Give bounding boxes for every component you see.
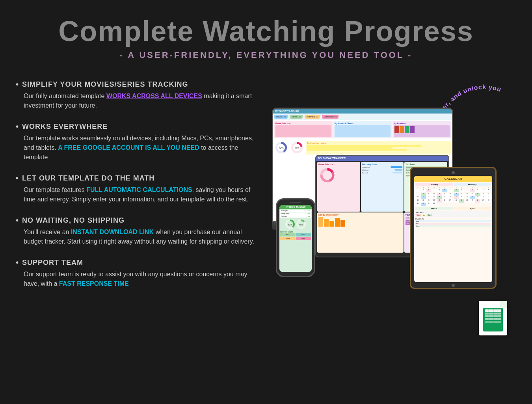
highlight-2: A FREE GOOGLE ACCOUNT IS ALL YOU NEED <box>58 144 199 151</box>
highlight-4: INSTANT DOWNLOAD LINK <box>71 229 154 235</box>
feature-works-everywhere: • WORKS EVERYWHERE Our template works se… <box>16 122 260 162</box>
device-tablet: CALENDAR January February <box>410 167 504 293</box>
subtitle: - A USER-FRIENDLY, EVERYTHING YOU NEED T… <box>0 50 532 60</box>
header: Complete Watching Progress - A USER-FRIE… <box>0 0 532 64</box>
feature-title-simplify: • SIMPLIFY YOUR MOVIES/SERIES TRACKING <box>16 80 260 89</box>
feature-simplify: • SIMPLIFY YOUR MOVIES/SERIES TRACKING O… <box>16 80 260 110</box>
feature-desc-works: Our template works seamlessly on all dev… <box>16 134 260 162</box>
bullet-1: • <box>16 80 19 89</box>
content-area: • SIMPLIFY YOUR MOVIES/SERIES TRACKING O… <box>0 76 532 352</box>
bullet-2: • <box>16 122 19 131</box>
bullet-3: • <box>16 174 19 183</box>
feature-desc-math: Our template features FULL AUTOMATIC CAL… <box>16 185 260 204</box>
highlight-1: WORKS ACROSS ALL DEVICES <box>106 93 202 99</box>
feature-support: • SUPPORT TEAM Our support team is ready… <box>16 258 260 289</box>
features-column: • SIMPLIFY YOUR MOVIES/SERIES TRACKING O… <box>16 76 260 352</box>
devices-column: Discover, and unlock your world. MY SHOW… <box>260 76 516 352</box>
spreadsheet-header: MY SHOW TRACKER <box>273 109 452 114</box>
svg-text:47%: 47% <box>294 147 299 149</box>
highlight-fast-response: FAST RESPONSE TIME <box>59 280 129 287</box>
bullet-4: • <box>16 216 19 225</box>
feature-no-waiting: • NO WAITING, NO SHIPPING You'll receive… <box>16 216 260 246</box>
feature-desc-no-waiting: You'll receive an INSTANT DOWNLOAD LINK … <box>16 227 260 246</box>
feature-math: • LET OUR TEMPLATE DO THE MATH Our templ… <box>16 174 260 204</box>
feature-title-math: • LET OUR TEMPLATE DO THE MATH <box>16 174 260 183</box>
svg-text:40%: 40% <box>299 223 303 226</box>
feature-title-no-waiting: • NO WAITING, NO SHIPPING <box>16 216 260 225</box>
main-title: Complete Watching Progress <box>0 16 532 47</box>
svg-text:72%: 72% <box>279 147 284 149</box>
bullet-5: • <box>16 258 19 267</box>
page-container: Complete Watching Progress - A USER-FRIE… <box>0 0 532 404</box>
google-sheets-icon <box>479 301 512 340</box>
feature-title-works: • WORKS EVERYWHERE <box>16 122 260 131</box>
highlight-3: FULL AUTOMATIC CALCULATIONS <box>86 186 192 193</box>
svg-text:63%: 63% <box>288 223 292 226</box>
feature-desc-support: Our support team is ready to assist you … <box>16 270 260 289</box>
feature-title-support: • SUPPORT TEAM <box>16 258 260 267</box>
feature-desc-simplify: Our fully automated template WORKS ACROS… <box>16 91 260 110</box>
device-phone: MY SHOW TRACKER Breaking Bad★★★★★ Strang… <box>276 198 319 277</box>
